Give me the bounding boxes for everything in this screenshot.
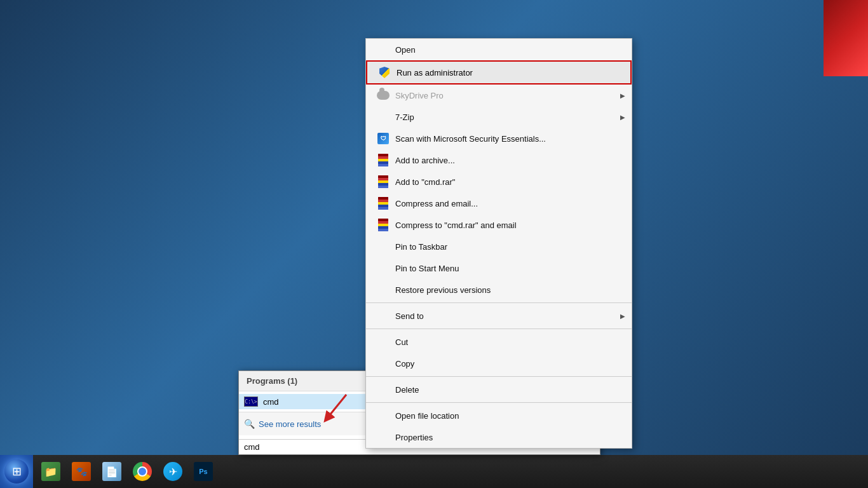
separator-1 (366, 302, 632, 303)
context-menu-item-cut[interactable]: Cut (366, 331, 632, 353)
cmd-icon-text: C:\> (245, 399, 257, 405)
cmd-icon: C:\> (244, 396, 258, 407)
context-menu-item-restore[interactable]: Restore previous versions (366, 279, 632, 301)
taskbar-icon-telegram[interactable]: ✈ (158, 457, 187, 486)
shield-icon (377, 65, 391, 79)
context-menu-item-pin-taskbar[interactable]: Pin to Taskbar (366, 236, 632, 257)
rar-icon-3 (376, 196, 390, 210)
context-menu-item-add-archive[interactable]: Add to archive... (366, 149, 632, 171)
filemanager-icon: 📁 (41, 462, 60, 481)
context-menu-item-compress-cmd-email[interactable]: Compress to "cmd.rar" and email (366, 214, 632, 236)
taskbar: 📁 🐾 📄 ✈ Ps (0, 455, 868, 488)
see-more-results-link[interactable]: See more results (259, 419, 321, 429)
search-icon: 🔍 (244, 419, 255, 429)
context-menu-item-compress-email[interactable]: Compress and email... (366, 193, 632, 214)
context-menu-item-send-to[interactable]: Send to ▶ (366, 305, 632, 327)
copy-icon (376, 356, 390, 370)
desktop: Programs (1) C:\> cmd 🔍 See more results (0, 0, 868, 488)
separator-3 (366, 376, 632, 377)
restore-icon (376, 283, 390, 297)
separator-2 (366, 329, 632, 329)
separator-4 (366, 402, 632, 403)
rar-icon-1 (376, 153, 390, 167)
context-menu-item-skydrive[interactable]: SkyDrive Pro ▶ (366, 85, 632, 106)
context-menu-item-delete[interactable]: Delete (366, 379, 632, 400)
properties-icon (376, 430, 390, 444)
taskbar-icon-filemanager[interactable]: 📁 (36, 457, 65, 486)
context-menu-item-add-cmd-rar[interactable]: Add to "cmd.rar" (366, 171, 632, 193)
cut-icon (376, 335, 390, 349)
context-menu-item-run-as-admin[interactable]: Run as administrator (366, 60, 632, 85)
context-menu-item-7zip[interactable]: 7-Zip ▶ (366, 106, 632, 128)
submenu-arrow-7zip: ▶ (620, 114, 625, 121)
submenu-arrow-skydrive: ▶ (620, 92, 625, 99)
taskbar-icon-chrome[interactable] (128, 457, 157, 486)
svg-line-1 (327, 395, 346, 418)
submenu-arrow-sendto: ▶ (620, 313, 625, 320)
rar-icon-2 (376, 175, 390, 189)
gimp-icon: 🐾 (72, 462, 91, 481)
taskbar-icons: 📁 🐾 📄 ✈ Ps (33, 455, 221, 488)
annotation-arrow (315, 391, 353, 423)
telegram-icon: ✈ (163, 462, 182, 481)
context-menu-item-open-file-loc[interactable]: Open file location (366, 405, 632, 426)
7zip-icon (376, 110, 390, 124)
context-menu-item-pin-start[interactable]: Pin to Start Menu (366, 257, 632, 279)
context-menu-item-scan[interactable]: 🛡 Scan with Microsoft Security Essential… (366, 128, 632, 149)
taskbar-icon-photoshop[interactable]: Ps (189, 457, 218, 486)
context-menu-item-open[interactable]: Open (366, 39, 632, 60)
context-menu-item-properties[interactable]: Properties (366, 426, 632, 448)
start-orb (4, 459, 29, 484)
program-name-cmd: cmd (263, 397, 279, 407)
photoshop-icon: Ps (194, 462, 213, 481)
pin-taskbar-icon (376, 240, 390, 254)
context-menu-item-copy[interactable]: Copy (366, 353, 632, 374)
mse-icon: 🛡 (376, 132, 390, 146)
skydrive-icon (376, 88, 390, 102)
open-icon (376, 43, 390, 57)
top-right-image (824, 0, 868, 76)
context-menu: Open Run as administrator SkyDrive Pro ▶… (365, 38, 632, 449)
taskbar-icon-file[interactable]: 📄 (97, 457, 126, 486)
taskbar-icon-gimp[interactable]: 🐾 (67, 457, 96, 486)
pin-start-icon (376, 261, 390, 275)
send-to-icon (376, 309, 390, 323)
delete-icon (376, 383, 390, 396)
open-file-loc-icon (376, 409, 390, 423)
file-icon: 📄 (102, 462, 121, 481)
start-button[interactable] (0, 455, 33, 488)
chrome-icon (133, 462, 152, 481)
rar-icon-4 (376, 218, 390, 232)
